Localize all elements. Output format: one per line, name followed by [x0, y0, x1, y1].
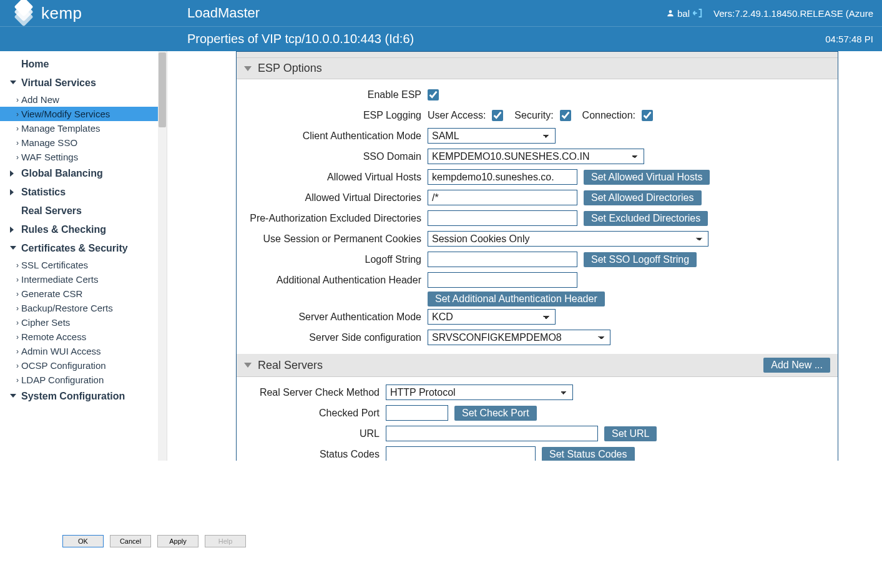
chevron-icon: ›: [16, 361, 19, 370]
set-check-port-button[interactable]: Set Check Port: [454, 406, 537, 421]
nav-cert-backup[interactable]: ›Backup/Restore Certs: [0, 301, 167, 315]
sidebar: Home Virtual Services ›Add New ›View/Mod…: [0, 51, 167, 461]
server-side-config-select[interactable]: SRVSCONFIGKEMPDEMO8: [428, 330, 610, 345]
set-logoff-string-button[interactable]: Set SSO Logoff String: [584, 252, 697, 267]
allowed-vhosts-input[interactable]: [428, 169, 577, 185]
chevron-icon: ›: [16, 376, 19, 385]
caret-down-icon: [10, 81, 16, 84]
nav-vs-add-new[interactable]: ›Add New: [0, 92, 167, 107]
chevron-icon: ›: [16, 261, 19, 270]
status-codes-label: Status Codes: [245, 449, 380, 460]
nav-virtual-services[interactable]: Virtual Services: [0, 74, 167, 92]
collapse-icon: [244, 363, 252, 368]
server-auth-mode-select[interactable]: KCD: [428, 309, 556, 325]
additional-auth-header-input[interactable]: [428, 272, 577, 288]
nav-certs-security[interactable]: Certificates & Security: [0, 239, 167, 258]
esp-section-header[interactable]: ESP Options: [237, 58, 838, 79]
sso-domain-select[interactable]: KEMPDEMO10.SUNESHES.CO.IN: [428, 149, 644, 164]
add-new-real-server-button[interactable]: Add New ...: [763, 358, 830, 373]
logoff-string-input[interactable]: [428, 252, 577, 267]
nav-vs-manage-sso[interactable]: ›Manage SSO: [0, 135, 167, 150]
chevron-icon: ›: [16, 96, 19, 104]
nav-home[interactable]: Home: [0, 55, 167, 74]
chevron-icon: ›: [16, 290, 19, 298]
logout-icon[interactable]: [692, 7, 703, 19]
url-label: URL: [245, 428, 380, 439]
check-method-label: Real Server Check Method: [245, 387, 380, 398]
nav-statistics[interactable]: Statistics: [0, 183, 167, 202]
checked-port-input[interactable]: [386, 405, 448, 421]
log-security-label: Security:: [514, 110, 553, 121]
help-button[interactable]: Help: [205, 535, 246, 547]
esp-title: ESP Options: [258, 62, 322, 75]
prev-section-edge: [237, 52, 838, 58]
chevron-icon: ›: [16, 304, 19, 313]
logoff-string-label: Logoff String: [245, 254, 421, 265]
scrollbar-thumb[interactable]: [159, 52, 166, 127]
top-banner: kemp LoadMaster bal Vers:7.2.49.1.18450.…: [0, 0, 882, 26]
enable-esp-checkbox[interactable]: [428, 89, 439, 100]
check-method-select[interactable]: HTTP Protocol: [386, 385, 573, 400]
chevron-icon: ›: [16, 153, 19, 162]
real-servers-section-header[interactable]: Real Servers Add New ...: [237, 354, 838, 377]
nav-vs-manage-templates[interactable]: ›Manage Templates: [0, 121, 167, 135]
nav-vs-view-modify[interactable]: ›View/Modify Services: [0, 107, 167, 121]
app-name: LoadMaster: [187, 5, 260, 21]
cancel-button[interactable]: Cancel: [110, 535, 151, 547]
svg-point-0: [669, 10, 672, 13]
nav-system-config[interactable]: System Configuration: [0, 387, 167, 406]
nav-cert-remote[interactable]: ›Remote Access: [0, 330, 167, 344]
scrollbar-track[interactable]: [158, 51, 167, 461]
caret-down-icon: [10, 394, 16, 398]
nav-real-servers[interactable]: Real Servers: [0, 202, 167, 220]
caret-right-icon: [10, 227, 14, 233]
esp-logging-label: ESP Logging: [245, 110, 421, 121]
properties-panel: ESP Options Enable ESP ESP Logging User …: [236, 51, 838, 461]
cookies-select[interactable]: Session Cookies Only: [428, 231, 708, 247]
nav-cert-ssl[interactable]: ›SSL Certificates: [0, 258, 167, 272]
checked-port-label: Checked Port: [245, 408, 380, 419]
set-additional-auth-header-button[interactable]: Set Additional Authentication Header: [428, 292, 605, 306]
chevron-icon: ›: [16, 347, 19, 356]
sso-domain-label: SSO Domain: [245, 151, 421, 162]
nav-cert-csr[interactable]: ›Generate CSR: [0, 287, 167, 301]
chevron-icon: ›: [16, 139, 19, 147]
caret-down-icon: [10, 246, 16, 250]
esp-section-body: Enable ESP ESP Logging User Access: Secu…: [237, 79, 838, 354]
set-url-button[interactable]: Set URL: [604, 426, 657, 441]
nav-cert-cipher[interactable]: ›Cipher Sets: [0, 315, 167, 330]
nav-vs-waf[interactable]: ›WAF Settings: [0, 150, 167, 164]
username: bal: [677, 8, 690, 19]
set-allowed-vdirs-button[interactable]: Set Allowed Directories: [584, 190, 702, 205]
excluded-dirs-input[interactable]: [428, 210, 577, 226]
cookies-label: Use Session or Permanent Cookies: [245, 233, 421, 245]
set-allowed-vhosts-button[interactable]: Set Allowed Virtual Hosts: [584, 170, 710, 185]
chevron-icon: ›: [16, 124, 19, 133]
client-auth-mode-select[interactable]: SAML: [428, 128, 556, 144]
nav-rules-checking[interactable]: Rules & Checking: [0, 220, 167, 239]
set-excluded-dirs-button[interactable]: Set Excluded Directories: [584, 211, 708, 226]
chevron-icon: ›: [16, 275, 19, 284]
status-codes-input[interactable]: [386, 446, 536, 461]
clock: 04:57:48 PI: [825, 34, 873, 44]
nav-cert-ocsp[interactable]: ›OCSP Configuration: [0, 358, 167, 373]
apply-button[interactable]: Apply: [157, 535, 198, 547]
url-input[interactable]: [386, 426, 598, 441]
server-auth-mode-label: Server Authentication Mode: [245, 311, 421, 323]
dialog-buttons: OK Cancel Apply Help: [0, 533, 248, 549]
log-user-checkbox[interactable]: [492, 110, 503, 121]
nav-cert-intermediate[interactable]: ›Intermediate Certs: [0, 272, 167, 287]
nav-global-balancing[interactable]: Global Balancing: [0, 164, 167, 183]
log-connection-checkbox[interactable]: [642, 110, 653, 121]
sub-banner: Properties of VIP tcp/10.0.0.10:443 (Id:…: [0, 26, 882, 51]
caret-right-icon: [10, 189, 14, 195]
nav-cert-admin-wui[interactable]: ›Admin WUI Access: [0, 344, 167, 358]
excluded-dirs-label: Pre-Authorization Excluded Directories: [245, 213, 421, 224]
chevron-icon: ›: [16, 333, 19, 341]
allowed-vdirs-input[interactable]: [428, 190, 577, 205]
nav-cert-ldap[interactable]: ›LDAP Configuration: [0, 373, 167, 387]
log-security-checkbox[interactable]: [560, 110, 571, 121]
set-status-codes-button[interactable]: Set Status Codes: [542, 447, 635, 461]
client-auth-mode-label: Client Authentication Mode: [245, 130, 421, 142]
ok-button[interactable]: OK: [62, 535, 104, 547]
